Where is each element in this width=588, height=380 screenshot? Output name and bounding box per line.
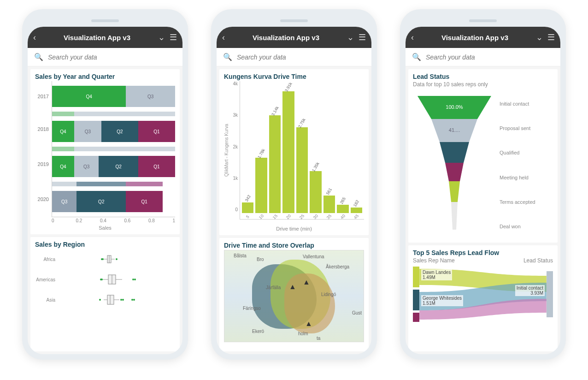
chart-title: Lead Status: [413, 73, 553, 80]
search-icon: 🔍: [223, 53, 232, 61]
mekko-segment: Q1: [126, 191, 163, 212]
back-icon[interactable]: ‹: [222, 33, 225, 42]
search-input[interactable]: [237, 53, 365, 61]
chart-title: Top 5 Sales Reps Lead Flow: [413, 249, 553, 256]
bar-column: 2.75k25: [296, 127, 308, 219]
bar: 182: [351, 208, 362, 213]
x-axis-label: Drive time (min): [224, 226, 364, 232]
bar: 2.75k: [296, 127, 308, 213]
bar-column: 1.35k30: [310, 171, 321, 219]
bar-value-label: 561: [325, 187, 333, 196]
funnel-stage-label: Proposal sent: [500, 125, 553, 131]
mekko-segment: Q4: [52, 156, 74, 177]
sankey-node-label: Initial contact3.93M: [515, 285, 545, 296]
category-label: Americas: [35, 277, 58, 282]
svg-point-19: [131, 299, 133, 301]
x-tick: 15: [272, 214, 278, 220]
bar-value-label: 265: [339, 196, 347, 205]
content-area: Kungens Kurva Drive Time QlikMart - Kung…: [217, 66, 371, 354]
search-input[interactable]: [48, 53, 176, 61]
content-area: Lead Status Data for top 10 sales reps o…: [406, 66, 560, 354]
map-place: Ekerö: [252, 329, 264, 334]
x-tick: 30: [312, 214, 319, 220]
search-bar[interactable]: 🔍: [406, 48, 560, 66]
menu-icon[interactable]: ☰: [359, 32, 366, 42]
svg-text:41....: 41....: [449, 127, 460, 133]
svg-point-10: [101, 279, 103, 280]
bar-column: 3.91k20: [282, 91, 294, 219]
content-area: Sales by Year and Quarter 2017 2018 2019…: [28, 66, 182, 354]
sankey-left-header: Sales Rep Name: [413, 257, 455, 264]
sankey-viz: Dawn Landes1.49M George Whitesides1.51M …: [413, 267, 553, 322]
bar-value-label: 1.35k: [311, 161, 320, 172]
screen: ‹ Visualization App v3 ⌄ ☰ 🔍 Kungens Kur…: [217, 27, 371, 354]
mekko-segment: Q2: [99, 156, 138, 177]
menu-icon[interactable]: ☰: [170, 32, 177, 42]
app-bar: ‹ Visualization App v3 ⌄ ☰: [406, 27, 560, 48]
sankey-node: [547, 271, 553, 317]
app-title: Visualization App v3: [229, 34, 342, 42]
bar: 1.35k: [310, 171, 321, 213]
y-tick: 1k: [230, 176, 238, 181]
funnel-stage-label: Qualified: [500, 150, 553, 155]
chart-sales-by-region[interactable]: Sales by Region Africa Americas: [30, 237, 180, 351]
y-tick: 2018: [35, 112, 49, 147]
chart-sankey-lead-flow[interactable]: Top 5 Sales Reps Lead Flow Sales Rep Nam…: [408, 245, 558, 351]
chart-drive-time[interactable]: Kungens Kurva Drive Time QlikMart - Kung…: [219, 69, 369, 235]
search-bar[interactable]: 🔍: [217, 48, 371, 66]
phone-mockup-1: ‹ Visualization App v3 ⌄ ☰ 🔍 Sales by Ye…: [22, 9, 188, 360]
x-tick: 35: [326, 214, 332, 220]
chevron-down-icon[interactable]: ⌄: [347, 32, 354, 42]
map-place: Bålsta: [234, 253, 247, 258]
x-axis-label: Sales: [35, 225, 175, 231]
x-tick: 40: [340, 214, 346, 220]
chevron-down-icon[interactable]: ⌄: [536, 32, 543, 42]
bar-value-label: 342: [244, 194, 252, 202]
search-input[interactable]: [426, 53, 554, 61]
bar: 342: [242, 202, 253, 213]
x-tick: 1: [172, 218, 175, 223]
chart-drive-time-map[interactable]: Drive Time and Store Overlap Bålsta Bro …: [219, 238, 369, 351]
bar: 3.14k: [269, 115, 281, 213]
x-tick: 45: [353, 214, 359, 220]
search-bar[interactable]: 🔍: [28, 48, 182, 66]
svg-point-11: [132, 279, 134, 280]
bar-column: 56135: [323, 196, 335, 219]
y-tick: 3k: [230, 113, 238, 118]
map-place: Vallentuna: [303, 254, 324, 259]
svg-point-17: [120, 299, 122, 301]
bar: 1.78k: [255, 158, 267, 213]
mekko-segment: Q3: [74, 121, 101, 142]
x-tick: 0.2: [76, 218, 100, 223]
y-axis-label: QlikMart - Kungens Kurva: [224, 81, 230, 220]
phone-speaker: [280, 19, 308, 22]
back-icon[interactable]: ‹: [411, 33, 414, 42]
svg-marker-26: [445, 163, 464, 181]
funnel-stage-label: Terms accepted: [500, 199, 553, 205]
back-icon[interactable]: ‹: [33, 33, 36, 42]
boxplot-row: Americas: [35, 269, 175, 290]
phone-speaker: [469, 19, 497, 22]
chevron-down-icon[interactable]: ⌄: [158, 32, 165, 42]
funnel-stage-label: Meeting held: [500, 175, 553, 180]
y-tick: 2019: [35, 147, 49, 182]
phone-mockup-2: ‹ Visualization App v3 ⌄ ☰ 🔍 Kungens Kur…: [211, 9, 377, 360]
chart-sales-year-quarter[interactable]: Sales by Year and Quarter 2017 2018 2019…: [30, 69, 180, 234]
sankey-node: [413, 267, 419, 287]
chart-lead-status-funnel[interactable]: Lead Status Data for top 10 sales reps o…: [408, 69, 558, 243]
app-title: Visualization App v3: [41, 34, 153, 42]
bar-column: 26540: [337, 205, 348, 219]
svg-rect-14: [107, 295, 114, 304]
menu-icon[interactable]: ☰: [547, 32, 555, 42]
bar: 561: [323, 196, 335, 213]
sankey-node: [413, 313, 419, 322]
svg-point-16: [99, 299, 101, 301]
svg-marker-25: [440, 142, 469, 163]
app-bar: ‹ Visualization App v3 ⌄ ☰: [28, 27, 182, 48]
mekko-segment: Q1: [138, 156, 175, 177]
mekko-segment: Q3: [126, 86, 175, 107]
x-tick: 0.4: [100, 218, 124, 223]
boxplot-row: Asia: [35, 290, 175, 310]
y-tick: 4k: [230, 81, 238, 86]
map-viz[interactable]: Bålsta Bro Vallentuna Åkersberga Järfäll…: [224, 250, 364, 342]
